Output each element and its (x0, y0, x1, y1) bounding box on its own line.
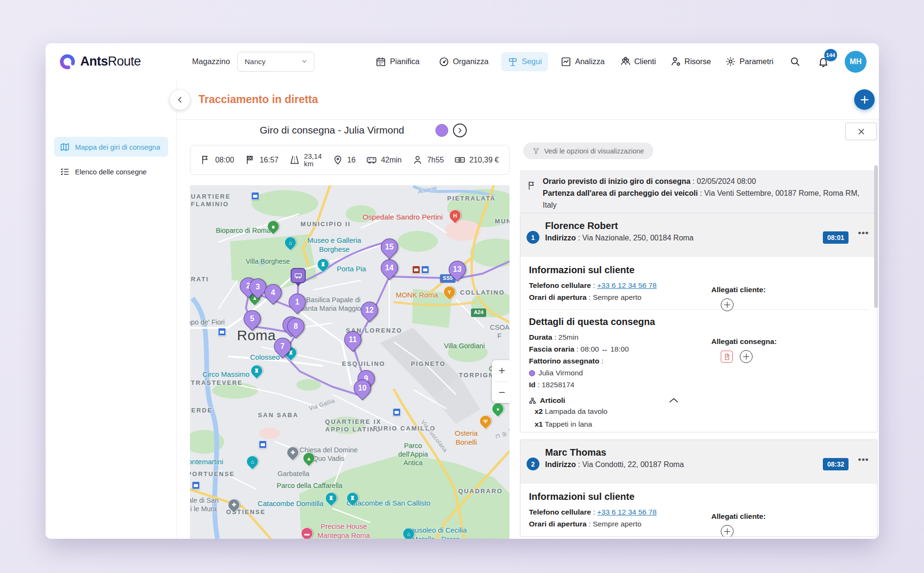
stop-marker-11[interactable]: 11 (341, 328, 365, 352)
nav-link-parametri[interactable]: Parametri (725, 56, 773, 67)
stop-time-badge[interactable]: 08:32 (823, 458, 849, 470)
poi-pin-tree-icon: ▲ (301, 450, 317, 467)
stop-marker-14[interactable]: 14 (377, 256, 402, 280)
map-label: TRASTEVERE (191, 379, 243, 387)
map-icon (60, 142, 70, 152)
sidebar-item-list[interactable]: Elenco delle consegne (54, 162, 168, 181)
brand-name: AntsRoute (80, 54, 141, 69)
tab-segui[interactable]: Segui (501, 52, 548, 71)
stop-marker-13[interactable]: 13 (445, 258, 470, 282)
notifications-button[interactable]: 144 (816, 55, 830, 69)
poi-pin-hospital-icon: H (447, 207, 463, 224)
tab-pianifica[interactable]: Pianifica (369, 52, 425, 71)
zoom-in-button[interactable]: + (492, 360, 509, 382)
delivery-details-title: Dettagli di questa consegna (529, 316, 868, 327)
duration-row: Durata : 25min (529, 331, 868, 343)
map-label: Via Tuscolana (419, 419, 449, 454)
map-zoom-control: + − (492, 360, 509, 403)
opening-hours-row: Orari di apertura : Sempre aperto (529, 518, 868, 530)
map-label: Porta Pia (337, 265, 366, 274)
stop-marker-8[interactable]: 8 (284, 315, 308, 339)
poi-pin-church-icon: ✚ (284, 444, 301, 461)
search-button[interactable] (788, 55, 802, 69)
add-client-attachment-button[interactable] (721, 298, 734, 311)
stop-marker-15[interactable]: 15 (377, 235, 402, 259)
stop-card-2: 2Marc ThomasIndirizzo : Via Condotti, 22… (520, 439, 877, 537)
route-title: Giro di consegna - Julia Virmond (260, 124, 404, 136)
add-button[interactable] (854, 89, 875, 110)
stop-time-badge[interactable]: 08:01 (823, 231, 849, 244)
stop-marker-number: 14 (381, 260, 397, 276)
stop-card-header[interactable]: 1Florence RobertIndirizzo : Via Nazional… (520, 213, 877, 257)
map-label: MUNICIPIO II (301, 220, 351, 228)
stop-customer-name: Marc Thomas (545, 446, 869, 458)
person-icon (412, 154, 423, 165)
map-label: PIGNETO (411, 360, 446, 368)
van-icon (366, 154, 377, 165)
stat-value: 16 (347, 156, 356, 164)
tab-organizza[interactable]: Organizza (433, 52, 495, 71)
gauge-icon (439, 57, 449, 67)
zoom-out-button[interactable]: − (492, 382, 509, 403)
stat-value: 42min (381, 156, 402, 164)
map-label: Osteria Bonelli (445, 429, 488, 447)
stop-marker-1[interactable]: 1 (285, 290, 310, 315)
poi-pin-wine-icon: Y (441, 284, 458, 300)
sidebar-item-map[interactable]: Mappa dei giri di consegna (54, 137, 168, 157)
warehouse-select-value: Nancy (245, 57, 265, 66)
nav-link-label: Parametri (739, 57, 773, 66)
panel-scrollbar[interactable] (874, 165, 878, 308)
search-icon (790, 56, 801, 67)
nav-link-clienti[interactable]: Clienti (620, 56, 656, 67)
warehouse-select[interactable]: Nancy (237, 52, 314, 72)
transit-station-icon (259, 440, 267, 449)
map-label: Bioparco di Roma (216, 226, 270, 235)
nav-link-label: Risorse (685, 57, 711, 66)
add-delivery-attachment-button[interactable] (740, 350, 753, 363)
stop-marker-5[interactable]: 5 (240, 307, 264, 331)
svg-text:1: 1 (459, 158, 461, 162)
nav-link-risorse[interactable]: Risorse (670, 56, 711, 67)
articles-header[interactable]: Articoli (529, 396, 868, 405)
map-label: ale di San ri le Mura (190, 496, 219, 513)
tab-analizza[interactable]: Analizza (555, 52, 611, 71)
stop-menu-button[interactable]: ••• (858, 454, 869, 465)
back-button[interactable] (170, 90, 190, 110)
client-info-section: Informazioni sul clienteTelefono cellula… (529, 265, 868, 303)
poi-pin-castle-icon: ♜ (344, 490, 361, 506)
delivery-map[interactable]: UARTIERE FLAMINIORATIMUNICIPIO IIPIETRAL… (190, 185, 509, 539)
next-route-button[interactable] (453, 124, 467, 137)
tab-label: Analizza (575, 57, 604, 66)
chevron-left-icon (176, 96, 184, 104)
close-panel-button[interactable] (845, 123, 877, 140)
chevron-up-icon[interactable] (669, 396, 679, 405)
nav-links: ClientiRisorseParametri (620, 56, 773, 67)
phone-link[interactable]: +33 6 12 34 56 78 (597, 281, 657, 289)
vehicle-position-marker[interactable] (291, 268, 306, 290)
map-label: Parco della Caffarella (277, 481, 342, 490)
map-label: QUADRARO (458, 487, 503, 495)
add-client-attachment-button[interactable] (721, 525, 734, 537)
stop-menu-button[interactable]: ••• (858, 228, 869, 238)
stat-value: 210,39 € (469, 156, 499, 164)
stop-marker-4[interactable]: 4 (261, 281, 285, 305)
map-label: Garbatella (278, 469, 310, 478)
funnel-icon (533, 148, 539, 154)
warehouse-label: Magazzino (192, 57, 230, 66)
map-label: ontemartini (190, 458, 223, 467)
pdf-attachment-icon[interactable] (721, 351, 733, 363)
van-icon (294, 271, 302, 280)
plus-icon (860, 95, 869, 105)
time-window-row: Fascia oraria : 08:00 ↔ 18:00 (529, 343, 868, 355)
brand-logo[interactable]: AntsRoute (59, 53, 141, 70)
display-options-button[interactable]: Vedi le opzioni di visualizzazione (523, 143, 653, 159)
stop-card-header[interactable]: 2Marc ThomasIndirizzo : Via Condotti, 22… (520, 440, 877, 484)
transit-station-icon (192, 481, 200, 489)
articles-label: Articoli (540, 396, 565, 405)
stop-marker-12[interactable]: 12 (358, 298, 382, 323)
driver-color-dot[interactable] (435, 124, 448, 137)
poi-pin-castle-icon: ♜ (315, 256, 331, 273)
map-label: Roma (237, 326, 276, 344)
user-avatar[interactable]: MH (845, 51, 867, 73)
phone-link[interactable]: +33 6 12 34 56 78 (597, 508, 657, 516)
